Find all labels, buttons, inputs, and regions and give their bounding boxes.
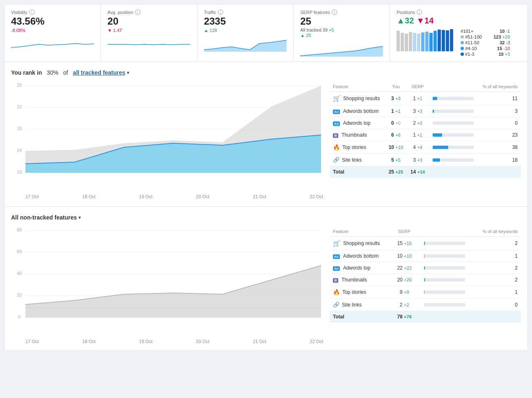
- feature-top-stories-label: Top stories: [342, 144, 366, 150]
- positions-bar-chart: [397, 29, 454, 57]
- pos-51-100-value: 123 +29: [493, 34, 510, 39]
- svg-rect-12: [438, 30, 441, 51]
- nt-col-feature: Feature: [330, 226, 392, 237]
- nt-top-stories-serp: 9 +9: [392, 286, 417, 299]
- serp-features-sub: All tracked 39: [300, 27, 328, 32]
- visibility-label: Visibility: [11, 10, 28, 15]
- svg-text:60: 60: [17, 249, 22, 254]
- nt-col-pct: % of all keywords: [472, 226, 521, 237]
- nt-col-serp: SERP: [392, 226, 417, 237]
- non-tracked-dropdown[interactable]: ▾: [78, 215, 81, 220]
- adwords-bottom-you: 1 +1: [385, 105, 407, 117]
- serp-features-info-icon[interactable]: i: [332, 9, 337, 15]
- feature-thumbnails-label: Thumbnails: [342, 132, 367, 138]
- nt-site-links-bar: [417, 299, 472, 311]
- svg-text:18: 18: [17, 126, 22, 131]
- thumbnails-you: 6 +6: [385, 129, 407, 141]
- svg-rect-14: [446, 30, 449, 51]
- title-link[interactable]: all tracked features: [73, 69, 126, 76]
- metric-traffic: Traffic i 2335 ▲ 128: [197, 5, 294, 62]
- positions-negative: ▼14: [416, 16, 433, 25]
- adwords-bottom-serp: 3 +3: [407, 105, 429, 117]
- table-row: Ad Adwords top 0 +0 2 +2 0: [330, 117, 521, 129]
- title-pre: You rank in: [11, 69, 42, 76]
- feature-shopping-label: Shopping results: [343, 96, 380, 101]
- metric-positions: Positions i ▲32 ▼14: [390, 5, 527, 62]
- nt-adwords-top-serp: 22 +22: [392, 262, 417, 274]
- table-row: 🛒 Shopping results 3 +3 1 +1 11: [330, 92, 521, 105]
- nt-shopping-icon: 🛒: [333, 240, 341, 247]
- avg-position-label: Avg. position: [108, 10, 133, 15]
- adwords-top-you: 0 +0: [385, 117, 407, 129]
- nt-adwords-top-label: Adwords top: [343, 265, 371, 271]
- col-feature: Feature: [330, 82, 385, 92]
- non-tracked-total-row: Total 78 +78: [330, 311, 521, 323]
- table-row: 🔥 Top stories 9 +9 1: [330, 286, 521, 299]
- svg-rect-3: [401, 33, 404, 51]
- nt-total-serp: 78 +78: [392, 311, 417, 323]
- tracked-section-content: 26 22 18 14 10: [11, 82, 521, 199]
- svg-text:26: 26: [17, 82, 22, 87]
- non-tracked-content: 80 60 40 20 0: [11, 226, 521, 344]
- nt-adwords-top-bar: [417, 262, 472, 274]
- svg-text:0: 0: [18, 314, 21, 319]
- nt-top-stories-bar: [417, 286, 472, 299]
- serp-features-value: 25: [300, 16, 383, 27]
- thumbnails-icon: ⊞: [333, 132, 339, 138]
- nt-adwords-top-pct: 2: [472, 262, 521, 274]
- pos-1-3-label: #1-3: [461, 52, 474, 57]
- pos-1-3-value: 10 +3: [498, 52, 510, 57]
- table-row: Ad Adwords top 22 +22 2: [330, 262, 521, 274]
- positions-info-icon[interactable]: i: [417, 9, 422, 15]
- pos-101plus-label: #101+: [461, 29, 473, 34]
- tracked-table-area: Feature You SERP % of all keywords: [330, 82, 521, 199]
- adwords-top-icon: Ad: [333, 120, 341, 126]
- svg-rect-8: [421, 32, 424, 51]
- adwords-top-pct: 0: [478, 117, 521, 129]
- svg-rect-5: [409, 32, 412, 51]
- positions-label: Positions: [397, 10, 415, 15]
- site-links-bar: [429, 154, 478, 166]
- tracked-features-section: You rank in 30% of all tracked features …: [5, 62, 527, 199]
- svg-rect-13: [442, 30, 445, 51]
- visibility-info-icon[interactable]: i: [29, 9, 34, 15]
- nt-top-stories-icon: 🔥: [333, 289, 340, 295]
- tracked-section-dropdown[interactable]: ▾: [127, 70, 129, 75]
- non-tracked-section: All non-tracked features ▾ 80 60 40 20 0: [5, 207, 527, 350]
- pos-row-11-50: #11-50 32 -3: [461, 40, 510, 45]
- site-links-serp: 3 +3: [407, 154, 429, 166]
- top-stories-icon: 🔥: [333, 144, 340, 151]
- shopping-pct: 11: [478, 92, 521, 105]
- avg-position-info-icon[interactable]: i: [135, 9, 140, 15]
- serp-features-chart: [300, 40, 383, 57]
- table-row: ⊞ Thumbnails 6 +6 1 +1 23: [330, 129, 521, 141]
- tracked-chart-x-labels: 17 Oct 18 Oct 19 Oct 20 Oct 21 Oct 22 Oc…: [11, 194, 323, 199]
- nt-shopping-label: Shopping results: [343, 240, 380, 246]
- positions-details: #101+ 10 -1 #51-100 123 +29 #11-50 32 -3…: [397, 29, 521, 57]
- nt-site-links-pct: 0: [472, 299, 521, 311]
- shopping-bar: [429, 92, 478, 105]
- adwords-bottom-icon: Ad: [333, 108, 341, 114]
- adwords-top-serp: 2 +2: [407, 117, 429, 129]
- pos-row-101plus: #101+ 10 -1: [461, 29, 510, 34]
- pos-4-10-value: 15 -10: [497, 46, 510, 51]
- nt-total-label: Total: [330, 311, 392, 323]
- col-pct: % of all keywords: [478, 82, 521, 92]
- avg-position-value: 20: [108, 16, 190, 27]
- adwords-top-bar: [429, 117, 478, 129]
- table-row: 🔗 Site links 2 +2 0: [330, 299, 521, 311]
- traffic-info-icon[interactable]: i: [218, 9, 223, 15]
- feature-site-links-label: Site links: [342, 157, 362, 163]
- title-mid: of: [63, 69, 68, 76]
- nt-adwords-bottom-pct: 1: [472, 250, 521, 262]
- table-row: Ad Adwords bottom 1 +1 3 +3 3: [330, 105, 521, 117]
- thumbnails-bar: [429, 129, 478, 141]
- svg-rect-7: [417, 34, 420, 51]
- top-stories-bar: [429, 141, 478, 154]
- svg-rect-11: [433, 31, 437, 51]
- col-you: You: [385, 82, 407, 92]
- svg-text:80: 80: [17, 227, 22, 232]
- nt-thumbnails-pct: 2: [472, 274, 521, 286]
- shopping-serp: 1 +1: [407, 92, 429, 105]
- pos-101plus-value: 10 -1: [500, 29, 510, 34]
